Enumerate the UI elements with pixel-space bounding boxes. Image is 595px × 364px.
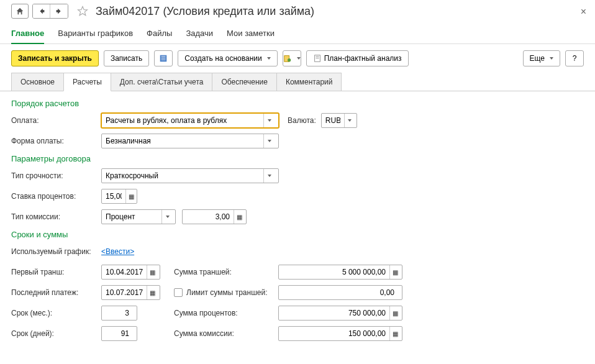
label-interest-rate: Ставка процентов: <box>11 192 101 201</box>
interest-rate-calc-btn[interactable]: ▦ <box>125 189 137 203</box>
commission-type-select[interactable] <box>101 209 176 224</box>
urgency-dropdown-btn[interactable] <box>263 169 275 183</box>
first-tranche-calendar-btn[interactable]: ▦ <box>147 265 158 279</box>
payment-select[interactable] <box>101 113 279 128</box>
tranche-sum-calc-btn[interactable]: ▦ <box>389 265 401 279</box>
close-button[interactable]: × <box>581 6 586 17</box>
payment-form-select[interactable] <box>101 134 279 148</box>
save-close-button[interactable]: Записать и закрыть <box>11 50 99 66</box>
term-days-field[interactable] <box>101 326 137 341</box>
nav-tab-notes[interactable]: Мои заметки <box>227 26 275 43</box>
label-tranche-sum: Сумма траншей: <box>174 268 278 276</box>
attach-icon <box>283 54 292 63</box>
label-term-months: Срок (мес.): <box>11 309 101 317</box>
last-payment-input[interactable] <box>102 286 147 299</box>
nav-tab-files[interactable]: Файлы <box>147 26 172 43</box>
interest-sum-calc-btn[interactable]: ▦ <box>389 306 401 320</box>
tranche-sum-input[interactable] <box>279 265 389 279</box>
term-months-input[interactable] <box>102 306 133 320</box>
subtab-collateral[interactable]: Обеспечение <box>212 73 276 91</box>
plan-fact-button[interactable]: План-фактный анализ <box>306 50 409 66</box>
svg-rect-7 <box>316 57 319 57</box>
arrow-left-icon <box>37 7 46 16</box>
commission-sum-input[interactable] <box>279 327 389 340</box>
label-payment-form: Форма оплаты: <box>11 137 101 145</box>
currency-input[interactable] <box>322 114 344 127</box>
label-tranche-limit: Лимит суммы траншей: <box>186 288 268 297</box>
section-contract-params: Параметры договора <box>11 154 584 163</box>
label-commission-sum: Сумма комиссии: <box>174 329 278 338</box>
label-first-tranche: Первый транш: <box>11 268 101 276</box>
list-icon <box>159 54 168 63</box>
label-currency: Валюта: <box>288 116 316 125</box>
term-months-field[interactable] <box>101 306 137 321</box>
first-tranche-input[interactable] <box>102 265 147 279</box>
currency-dropdown-btn[interactable] <box>344 114 355 127</box>
used-schedule-link[interactable]: <Ввести> <box>101 247 134 256</box>
term-days-input[interactable] <box>102 327 133 340</box>
svg-rect-2 <box>161 58 166 58</box>
last-payment-calendar-btn[interactable]: ▦ <box>147 286 158 299</box>
interest-sum-field[interactable]: ▦ <box>278 306 402 321</box>
commission-calc-btn[interactable]: ▦ <box>234 210 245 224</box>
more-button[interactable]: Еще <box>523 50 560 66</box>
payment-input[interactable] <box>102 114 263 127</box>
forward-button[interactable] <box>50 4 68 18</box>
label-interest-sum: Сумма процентов: <box>174 309 278 317</box>
payment-dropdown-btn[interactable] <box>263 114 275 127</box>
urgency-input[interactable] <box>102 169 263 183</box>
page-title: Займ042017 (Условия кредита или займа) <box>96 5 314 18</box>
last-payment-field[interactable]: ▦ <box>101 285 160 300</box>
interest-rate-field[interactable]: ▦ <box>101 189 137 204</box>
nav-tab-variants[interactable]: Варианты графиков <box>58 26 133 43</box>
section-payment-order: Порядок расчетов <box>11 99 584 108</box>
label-urgency: Тип срочности: <box>11 171 101 180</box>
list-button[interactable] <box>154 50 173 66</box>
commission-type-input[interactable] <box>102 210 161 224</box>
urgency-select[interactable] <box>101 168 279 183</box>
label-used-schedule: Используемый график: <box>11 247 101 256</box>
label-payment: Оплата: <box>11 116 101 125</box>
tranche-sum-field[interactable]: ▦ <box>278 265 402 280</box>
tranche-limit-checkbox[interactable] <box>174 288 183 297</box>
commission-sum-calc-btn[interactable]: ▦ <box>389 327 401 340</box>
back-button[interactable] <box>33 4 50 18</box>
home-button[interactable] <box>11 4 29 19</box>
section-terms-amounts: Сроки и суммы <box>11 230 584 239</box>
arrow-right-icon <box>55 7 63 16</box>
create-on-basis-button[interactable]: Создать на основании <box>178 50 278 66</box>
save-button[interactable]: Записать <box>104 50 149 66</box>
interest-sum-input[interactable] <box>279 306 389 320</box>
attach-button[interactable] <box>283 50 301 66</box>
commission-sum-field[interactable]: ▦ <box>278 326 402 341</box>
favorite-star-icon[interactable] <box>76 4 89 18</box>
subtab-comment[interactable]: Комментарий <box>276 73 342 91</box>
currency-select[interactable] <box>321 113 357 128</box>
commission-value-field[interactable]: ▦ <box>182 209 247 224</box>
report-icon <box>313 54 322 63</box>
subtab-main[interactable]: Основное <box>11 73 64 91</box>
first-tranche-field[interactable]: ▦ <box>101 265 160 280</box>
home-icon <box>16 7 24 16</box>
payment-form-dropdown-btn[interactable] <box>263 134 275 148</box>
svg-point-5 <box>288 58 291 61</box>
label-term-days: Срок (дней): <box>11 329 101 338</box>
nav-tab-main[interactable]: Главное <box>11 26 44 44</box>
payment-form-input[interactable] <box>102 134 263 148</box>
svg-rect-1 <box>161 57 166 57</box>
svg-rect-8 <box>316 58 319 58</box>
interest-rate-input[interactable] <box>102 189 125 203</box>
subtab-accounts[interactable]: Доп. счета\Статьи учета <box>111 73 213 91</box>
nav-tab-tasks[interactable]: Задачи <box>186 26 213 43</box>
sub-tabs: Основное Расчеты Доп. счета\Статьи учета… <box>0 73 595 91</box>
commission-value-input[interactable] <box>183 210 234 224</box>
svg-rect-3 <box>161 60 166 60</box>
help-button[interactable]: ? <box>565 50 584 66</box>
label-last-payment: Последний платеж: <box>11 288 101 297</box>
commission-type-dropdown-btn[interactable] <box>161 210 173 224</box>
label-commission-type: Тип комиссии: <box>11 212 101 221</box>
tranche-limit-field[interactable] <box>278 285 402 300</box>
subtab-calculations[interactable]: Расчеты <box>63 73 111 91</box>
tranche-limit-input[interactable] <box>279 286 398 299</box>
